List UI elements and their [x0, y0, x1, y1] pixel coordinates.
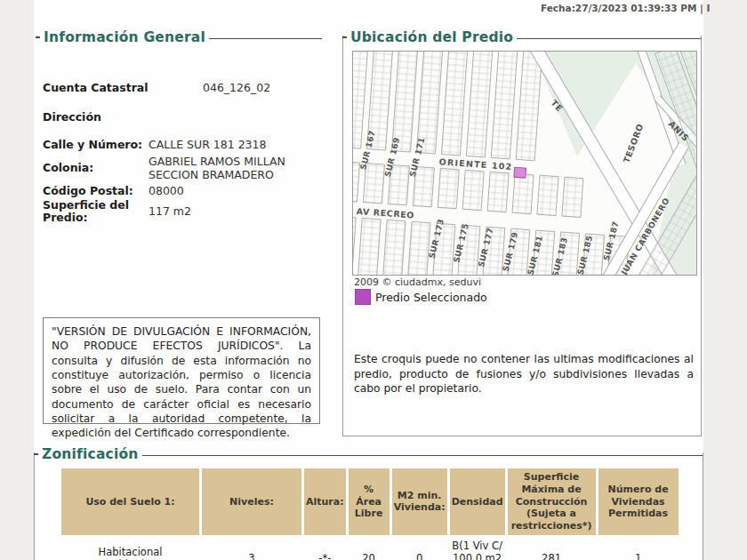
header-tick: [34, 453, 38, 455]
col-num-viviendas: Número de Viviendas Permitidas: [598, 468, 679, 535]
direccion-label: Dirección: [43, 111, 101, 124]
predio-map-svg: SUR 167 SUR 169 SUR 171 SUR 173 SUR 175 …: [353, 52, 696, 275]
col-uso-del-suelo: Uso del Suelo 1:: [61, 468, 199, 535]
col-area-libre: % Área Libre: [349, 468, 390, 535]
section-location-header: Ubicación del Predio: [342, 29, 701, 45]
col-densidad: Densidad: [450, 468, 505, 535]
header-rule: [209, 38, 322, 39]
cell-viviendas: 1: [598, 538, 679, 560]
codigo-postal-label: Código Postal:: [43, 185, 133, 197]
col-altura: Altura:: [304, 468, 346, 535]
section-zoning-header: Zonificación: [34, 446, 703, 462]
map-attribution: 2009 © ciudadmx, seduvi: [354, 276, 481, 288]
header-tick: [342, 36, 347, 38]
cell-superficie-maxima: 281: [508, 538, 596, 560]
cell-area-libre: 20: [349, 538, 390, 560]
cell-niveles: 3: [202, 538, 301, 560]
calle-numero-value: CALLE SUR 181 2318: [149, 139, 266, 152]
cell-altura: -*-: [304, 538, 346, 560]
cell-densidad: B(1 Viv C/ 100.0 m2 de: [450, 538, 505, 560]
calle-numero-label: Calle y Número:: [43, 139, 142, 151]
header-rule: [142, 455, 703, 456]
codigo-postal-value: 08000: [149, 185, 184, 198]
section-title-general-info: Información General: [43, 29, 209, 45]
cuenta-catastral-label: Cuenta Catastral: [43, 82, 149, 94]
selected-parcel: [514, 167, 526, 178]
selected-parcel-legend-label: Predio Seleccionado: [375, 291, 487, 304]
cell-uso: Habitacional Ver Tabla de Uso: [61, 538, 199, 560]
section-title-location: Ubicación del Predio: [349, 29, 517, 45]
colonia-label: Colonia:: [43, 162, 93, 174]
selected-parcel-legend-swatch: [355, 289, 371, 305]
header-tick: [36, 36, 40, 38]
zoning-table: Uso del Suelo 1: Niveles: Altura: % Área…: [59, 466, 681, 560]
zoning-header-row: Uso del Suelo 1: Niveles: Altura: % Área…: [61, 468, 679, 535]
section-title-zoning: Zonificación: [41, 446, 142, 462]
uso-value: Habitacional: [63, 546, 197, 558]
colonia-value: GABRIEL RAMOS MILLAN SECCION BRAMADERO: [149, 156, 293, 182]
cuenta-catastral-value: 046_126_02: [203, 82, 270, 95]
map-note: Este croquis puede no contener las ultim…: [354, 352, 694, 396]
legal-disclaimer: "VERSIÓN DE DIVULGACIÓN E INFORMACIÓN, N…: [43, 317, 320, 424]
col-niveles: Niveles:: [202, 468, 301, 535]
superficie-label: Superficie del Predio:: [43, 199, 132, 225]
cell-m2-min: 0: [392, 538, 447, 560]
zoning-data-row: Habitacional Ver Tabla de Uso 3 -*- 20 0…: [61, 538, 679, 560]
superficie-value: 117 m2: [149, 205, 191, 219]
header-rule: [517, 38, 701, 39]
col-superficie-maxima: Superficie Máxima de Construcción (Sujet…: [508, 468, 596, 535]
col-m2-min-vivienda: M2 min. Vivienda:: [392, 468, 447, 535]
date-line: Fecha:27/3/2023 01:39:33 PM | I: [541, 3, 710, 13]
predio-map: SUR 167 SUR 169 SUR 171 SUR 173 SUR 175 …: [352, 51, 697, 276]
section-general-info-header: Información General: [36, 29, 322, 45]
